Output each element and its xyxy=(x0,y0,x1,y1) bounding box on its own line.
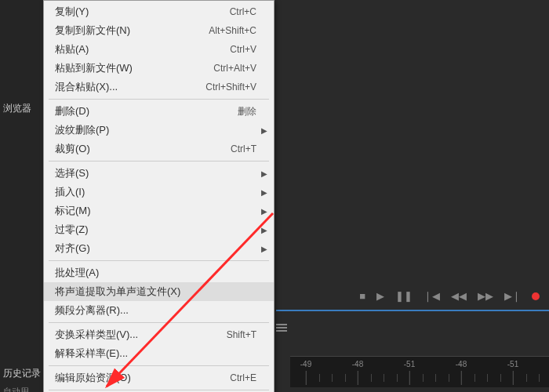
ruler-tick: -51 xyxy=(404,360,415,368)
prev-button[interactable]: ❘◀ xyxy=(424,290,440,302)
menu-shortcut: Ctrl+V xyxy=(230,44,256,55)
menu-item-label: 过零(Z) xyxy=(55,223,89,237)
hamburger-icon[interactable] xyxy=(276,324,292,332)
next-button[interactable]: ▶❘ xyxy=(504,290,521,302)
menu-item[interactable]: 编辑原始资源(O)Ctrl+E xyxy=(44,368,274,387)
menu-item-label: 标记(M) xyxy=(55,204,91,218)
menu-item-label: 插入(I) xyxy=(55,185,85,199)
menu-item[interactable]: 选择(S)▶ xyxy=(44,164,274,183)
menu-item[interactable]: 批处理(A) xyxy=(44,263,274,282)
menu-item-label: 删除(D) xyxy=(55,104,89,118)
menu-item-label: 复制到新文件(N) xyxy=(55,24,130,38)
menu-item-label: 批处理(A) xyxy=(55,266,99,280)
menu-item[interactable]: 粘贴到新文件(W)Ctrl+Alt+V xyxy=(44,59,274,78)
menu-item[interactable]: 裁剪(O)Ctrl+T xyxy=(44,140,274,158)
menu-item-label: 编辑原始资源(O) xyxy=(55,371,131,385)
browser-label[interactable]: 浏览器 xyxy=(3,102,31,115)
menu-item-label: 粘贴到新文件(W) xyxy=(55,61,133,75)
ruler-tick: -48 xyxy=(352,360,363,368)
menu-item[interactable]: 变换采样类型(V)...Shift+T xyxy=(44,325,274,344)
menu-item[interactable]: 过零(Z)▶ xyxy=(44,220,274,239)
menu-item[interactable]: 标记(M)▶ xyxy=(44,201,274,220)
menu-item[interactable]: 复制(Y)Ctrl+C xyxy=(44,2,274,21)
auto-label: 自动用... xyxy=(3,386,36,392)
submenu-arrow-icon: ▶ xyxy=(261,126,267,135)
menu-shortcut: Ctrl+T xyxy=(231,143,256,154)
menu-separator xyxy=(49,260,269,261)
menu-item[interactable]: 波纹删除(P)▶ xyxy=(44,121,274,140)
menu-item[interactable]: 复制到新文件(N)Alt+Shift+C xyxy=(44,21,274,40)
menu-shortcut: Ctrl+Shift+V xyxy=(205,82,256,93)
menu-shortcut: Ctrl+C xyxy=(230,6,256,17)
context-menu[interactable]: 复制(Y)Ctrl+C复制到新文件(N)Alt+Shift+C粘贴(A)Ctrl… xyxy=(43,0,274,392)
ruler-tick: -51 xyxy=(507,360,518,368)
ruler-tick: -49 xyxy=(300,360,311,368)
menu-item-label: 复制(Y) xyxy=(55,5,89,19)
menu-shortcut: Ctrl+Alt+V xyxy=(213,63,256,74)
submenu-arrow-icon: ▶ xyxy=(261,245,267,253)
menu-separator xyxy=(49,322,269,323)
menu-item[interactable]: 粘贴(A)Ctrl+V xyxy=(44,40,274,59)
stop-button[interactable]: ■ xyxy=(359,290,365,302)
menu-item[interactable]: 频段分离器(R)... xyxy=(44,301,274,320)
menu-item-label: 频段分离器(R)... xyxy=(55,303,129,318)
menu-item[interactable]: 插入(I)▶ xyxy=(44,183,274,201)
menu-item-label: 将声道提取为单声道文件(X) xyxy=(55,285,180,299)
ruler-tick: -48 xyxy=(456,360,467,368)
history-label[interactable]: 历史记录 xyxy=(3,367,41,380)
record-button[interactable] xyxy=(532,292,540,300)
editor-area xyxy=(274,0,549,392)
menu-item-label: 解释采样率(E)... xyxy=(55,347,128,361)
menu-item-label: 对齐(G) xyxy=(55,241,90,256)
menu-item-label: 选择(S) xyxy=(55,166,89,180)
menu-item-label: 混合粘贴(X)... xyxy=(55,80,118,94)
menu-item[interactable]: 混合粘贴(X)...Ctrl+Shift+V xyxy=(44,78,274,96)
menu-shortcut: Alt+Shift+C xyxy=(209,25,256,36)
menu-separator xyxy=(49,365,269,366)
menu-item-label: 波纹删除(P) xyxy=(55,123,109,137)
pause-button[interactable]: ❚❚ xyxy=(395,290,413,302)
submenu-arrow-icon: ▶ xyxy=(261,207,267,216)
menu-item-label: 粘贴(A) xyxy=(55,42,89,56)
menu-item-label: 裁剪(O) xyxy=(55,142,90,156)
left-panel: 浏览器 历史记录 自动用... xyxy=(0,0,47,392)
menu-separator xyxy=(49,99,269,100)
menu-item-label: 变换采样类型(V)... xyxy=(55,328,138,342)
transport-controls: ■ ▶ ❚❚ ❘◀ ◀◀ ▶▶ ▶❘ xyxy=(359,290,540,302)
submenu-arrow-icon: ▶ xyxy=(261,169,267,178)
submenu-arrow-icon: ▶ xyxy=(261,226,267,234)
menu-separator xyxy=(49,390,269,390)
timeline-divider xyxy=(276,310,549,311)
menu-item[interactable]: 删除(D)删除 xyxy=(44,102,274,121)
menu-item[interactable]: 解释采样率(E)... xyxy=(44,344,274,363)
play-button[interactable]: ▶ xyxy=(376,290,384,302)
menu-shortcut: 删除 xyxy=(238,105,256,118)
rewind-button[interactable]: ◀◀ xyxy=(451,290,467,302)
menu-item[interactable]: 将声道提取为单声道文件(X) xyxy=(44,282,274,301)
menu-item[interactable]: 对齐(G)▶ xyxy=(44,239,274,258)
db-ruler: -49-48-51-48-51-51 xyxy=(290,356,549,387)
menu-shortcut: Shift+T xyxy=(227,329,256,340)
ffwd-button[interactable]: ▶▶ xyxy=(478,290,493,302)
menu-separator xyxy=(49,161,269,162)
submenu-arrow-icon: ▶ xyxy=(261,188,267,197)
menu-shortcut: Ctrl+E xyxy=(230,372,256,383)
